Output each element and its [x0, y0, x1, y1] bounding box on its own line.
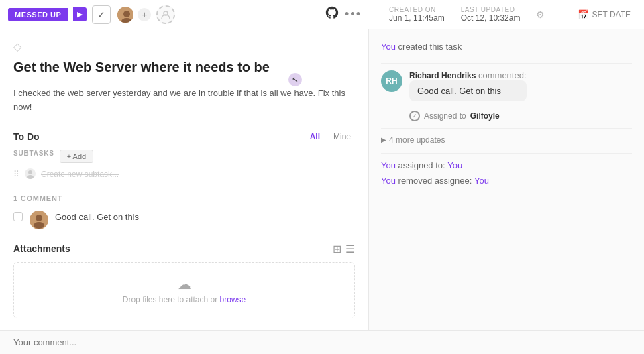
- comments-count: 1 COMMENT: [13, 194, 355, 202]
- comment-avatar: [30, 211, 48, 229]
- created-label: CREATED ON: [389, 6, 445, 13]
- toolbar: MESSED UP ▶ ✓ +: [0, 0, 644, 30]
- avatar[interactable]: [116, 5, 135, 24]
- grid-view-button[interactable]: ⊞: [333, 243, 341, 255]
- status-badge[interactable]: MESSED UP: [8, 8, 68, 21]
- activity-divider3: [381, 153, 632, 154]
- activity-divider1: [381, 63, 632, 64]
- activity-divider2: [381, 128, 632, 129]
- check-icon: ✓: [97, 9, 105, 20]
- assigned-to-text: assigned to:: [398, 160, 448, 170]
- you-removed-value: You: [474, 176, 489, 186]
- cloud-upload-icon: ☁: [28, 276, 341, 292]
- more-updates-toggle[interactable]: ▶ 4 more updates: [381, 135, 632, 145]
- task-description[interactable]: I checked the web server yesterday and w…: [13, 86, 355, 115]
- created-date: CREATED ON Jun 1, 11:45am: [389, 6, 445, 23]
- attachments-title: Attachments: [13, 243, 70, 254]
- subtask-avatar-placeholder: [25, 168, 36, 181]
- assigned-name: Gilfoyle: [470, 111, 500, 121]
- add-assignee-button[interactable]: +: [138, 8, 151, 21]
- svg-point-9: [34, 222, 44, 229]
- dates-section: CREATED ON Jun 1, 11:45am LAST UPDATED O…: [378, 6, 555, 23]
- updated-value: Oct 12, 10:32am: [461, 13, 521, 23]
- todo-section-header: To Do All Mine: [13, 131, 355, 143]
- comment-bubble: Good call. Get on this: [409, 80, 527, 101]
- you-assigned: You: [381, 160, 396, 170]
- comment-item: Good call. Get on this: [13, 211, 355, 229]
- bubble-text: Good call. Get on this: [417, 86, 501, 96]
- updated-date: LAST UPDATED Oct 12, 10:32am: [461, 6, 521, 23]
- activity-created: You created this task: [381, 40, 632, 54]
- svg-point-8: [36, 215, 42, 221]
- list-view-button[interactable]: ☰: [345, 243, 355, 255]
- attachments-header: Attachments ⊞ ☰: [13, 243, 355, 255]
- more-options-button[interactable]: •••: [345, 7, 362, 21]
- create-subtask-row[interactable]: ⠿ Create new subtask...: [13, 168, 355, 181]
- svg-point-5: [28, 170, 32, 174]
- main-area: ↖ ◇ Get the Web Server where it needs to…: [0, 30, 644, 330]
- create-subtask-label[interactable]: Create new subtask...: [41, 170, 119, 179]
- set-date-button[interactable]: 📅 SET DATE: [572, 7, 636, 23]
- browse-link[interactable]: browse: [220, 295, 246, 304]
- commented-label: commented:: [478, 70, 527, 80]
- view-toggle-buttons: ⊞ ☰: [333, 243, 355, 255]
- toolbar-divider: [370, 5, 370, 24]
- status-arrow[interactable]: ▶: [73, 7, 87, 21]
- richard-comment: RH Richard Hendriks commented: Good call…: [381, 70, 632, 101]
- calendar-icon: 📅: [578, 9, 589, 20]
- richard-header: Richard Hendriks commented:: [409, 70, 527, 80]
- update-assigned: You assigned to: You: [381, 160, 632, 170]
- add-subtask-button[interactable]: + Add: [60, 150, 93, 163]
- richard-avatar: RH: [381, 70, 402, 92]
- drop-text: Drop files here to attach or: [123, 295, 220, 304]
- arrow-icon: ▶: [77, 10, 83, 18]
- assigned-label: Assigned to: [424, 111, 466, 121]
- update-removed: You removed assignee: You: [381, 176, 632, 186]
- svg-point-6: [27, 175, 34, 179]
- github-icon[interactable]: [325, 5, 339, 24]
- gear-icon[interactable]: ⚙: [536, 9, 545, 20]
- created-value: Jun 1, 11:45am: [389, 13, 445, 23]
- removed-text: removed assignee:: [398, 176, 474, 186]
- person-placeholder[interactable]: [156, 5, 175, 24]
- file-drop-zone[interactable]: ☁ Drop files here to attach or browse: [13, 262, 355, 318]
- complete-button[interactable]: ✓: [92, 5, 111, 24]
- comments-section: 1 COMMENT Good call. Get on this: [13, 194, 355, 229]
- svg-point-1: [123, 11, 130, 17]
- created-suffix: created this task: [398, 42, 462, 52]
- commenter-name: Richard Hendriks: [409, 71, 476, 80]
- task-title[interactable]: Get the Web Server where it needs to be: [13, 58, 355, 76]
- subtask-drag-icon: ⠿: [13, 170, 19, 179]
- you-label: You: [381, 42, 396, 52]
- you-removed: You: [381, 176, 396, 186]
- filter-all-button[interactable]: All: [306, 131, 324, 143]
- assigned-check-icon: ✓: [409, 111, 420, 121]
- subtasks-label: SUBTASKS: [13, 150, 54, 157]
- task-tag-icon[interactable]: ◇: [13, 40, 355, 53]
- right-panel: You created this task RH Richard Hendrik…: [369, 30, 644, 330]
- app-container: MESSED UP ▶ ✓ +: [0, 0, 644, 354]
- toolbar-divider2: [564, 5, 564, 24]
- updated-label: LAST UPDATED: [461, 6, 521, 13]
- left-panel: ↖ ◇ Get the Web Server where it needs to…: [0, 30, 369, 330]
- filter-mine-button[interactable]: Mine: [329, 131, 355, 143]
- assigned-line: ✓ Assigned to Gilfoyle: [381, 111, 632, 121]
- set-date-label: SET DATE: [592, 10, 631, 19]
- comment-text: Good call. Get on this: [55, 211, 139, 229]
- comment-bar: [0, 330, 644, 354]
- attachments-section: Attachments ⊞ ☰: [13, 243, 355, 255]
- assignee-group: +: [116, 5, 151, 24]
- filter-buttons: All Mine: [306, 131, 355, 143]
- more-updates-label: 4 more updates: [389, 135, 445, 145]
- cursor-icon: ↖: [292, 75, 299, 84]
- comment-input[interactable]: [13, 337, 631, 347]
- created-text: You created this task: [381, 42, 462, 52]
- richard-comment-content: Richard Hendriks commented: Good call. G…: [409, 70, 527, 101]
- comment-checkbox[interactable]: [13, 212, 23, 221]
- chevron-right-icon: ▶: [381, 136, 386, 143]
- todo-title: To Do: [13, 131, 40, 142]
- you-assigned-value: You: [447, 160, 462, 170]
